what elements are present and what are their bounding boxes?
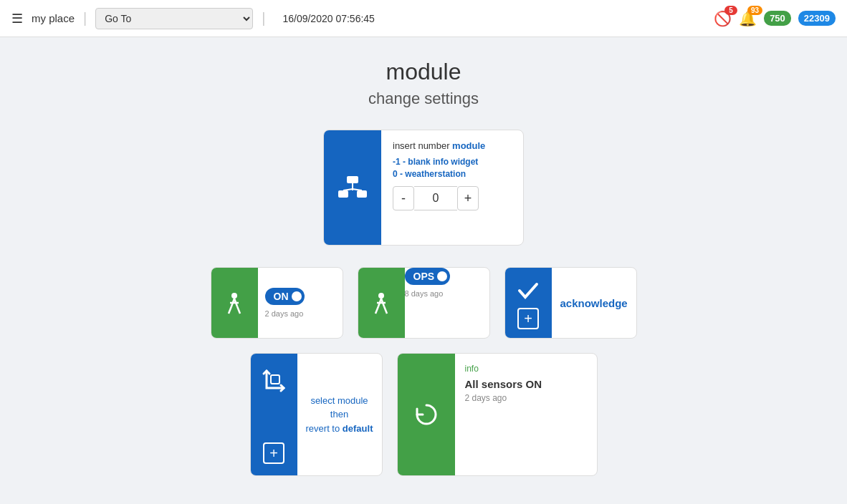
main-content: module change settings insert number mod… — [0, 37, 847, 498]
info-widget-icon-bg — [398, 354, 455, 475]
ops-widget-card: OPS 8 days ago — [358, 267, 490, 339]
ops-toggle[interactable]: OPS — [405, 268, 451, 285]
info-days: 2 days ago — [465, 393, 542, 403]
svg-point-6 — [231, 293, 237, 299]
ack-plus-button[interactable]: + — [517, 308, 539, 329]
option-minus1: -1 - blank info widget — [393, 157, 512, 167]
svg-point-12 — [378, 293, 384, 299]
module-insert-card: insert number module -1 - blank info wid… — [323, 130, 524, 246]
bell-alerts-icon[interactable]: 🔔 93 — [739, 10, 757, 27]
hamburger-icon[interactable]: ☰ — [11, 11, 23, 26]
ack-label: acknowledge — [552, 268, 636, 338]
widget-row-2: + select module then revert to default i… — [29, 353, 818, 476]
increment-button[interactable]: + — [457, 186, 479, 210]
number-input-row: - + — [393, 186, 512, 210]
refresh-icon — [411, 399, 441, 430]
module-card-icon-bg — [324, 130, 381, 245]
acknowledge-widget-card: + acknowledge — [504, 267, 637, 339]
blue-count: 22309 — [798, 11, 836, 26]
on-toggle[interactable]: ON — [265, 288, 305, 305]
on-widget-body: ON 2 days ago — [258, 268, 312, 338]
site-title: my place — [32, 12, 75, 24]
svg-rect-18 — [271, 375, 279, 384]
insert-number-label: insert number module — [393, 140, 512, 151]
decrement-button[interactable]: - — [393, 186, 414, 210]
ops-walker-icon — [368, 291, 394, 316]
bell-count: 93 — [747, 6, 762, 15]
on-widget-card: ON 2 days ago — [211, 267, 343, 339]
select-module-text: select module then revert to default — [305, 394, 375, 436]
info-label: info — [465, 364, 542, 374]
disabled-count: 5 — [724, 6, 737, 15]
option-0: 0 - weatherstation — [393, 169, 512, 179]
svg-line-5 — [353, 189, 362, 190]
blue-count-icon[interactable]: 22309 — [798, 11, 836, 26]
svg-rect-0 — [347, 176, 358, 183]
svg-line-9 — [229, 306, 231, 314]
info-widget-card: info All sensors ON 2 days ago — [397, 353, 598, 476]
number-value-input[interactable] — [414, 186, 457, 210]
green-count: 750 — [764, 11, 791, 26]
on-widget-days: 2 days ago — [265, 309, 305, 318]
header-icons: 🚫 5 🔔 93 750 22309 — [714, 10, 836, 27]
svg-rect-2 — [357, 190, 367, 198]
ops-widget-icon-bg — [358, 268, 405, 339]
header: ☰ my place | Go To | 16/09/2020 07:56:45… — [0, 0, 847, 37]
ack-widget-icon-bg: + — [505, 268, 552, 339]
network-icon — [335, 170, 370, 205]
page-title: module — [29, 59, 818, 85]
svg-line-10 — [237, 306, 240, 314]
disabled-alerts-icon[interactable]: 🚫 5 — [714, 10, 732, 27]
ops-widget-body: OPS 8 days ago — [405, 268, 451, 338]
ops-widget-days: 8 days ago — [405, 289, 451, 298]
green-count-icon[interactable]: 750 — [764, 11, 791, 26]
on-widget-icon-bg — [211, 268, 258, 339]
svg-line-16 — [384, 306, 387, 314]
datetime-display: 16/09/2020 07:56:45 — [282, 13, 374, 24]
select-module-card: + select module then revert to default — [250, 353, 383, 476]
module-bold: module — [452, 140, 485, 151]
select-module-body: select module then revert to default — [297, 354, 382, 475]
info-widget-body: info All sensors ON 2 days ago — [455, 354, 552, 475]
svg-rect-1 — [338, 190, 348, 198]
svg-line-4 — [343, 189, 353, 190]
crop-icon — [261, 368, 287, 394]
page-subtitle: change settings — [29, 89, 818, 108]
widget-row-1: ON 2 days ago OPS 8 days ago — [29, 267, 818, 339]
select-module-icon-bg: + — [251, 354, 297, 475]
svg-line-15 — [375, 306, 378, 314]
walker-icon — [221, 291, 247, 316]
select-plus-button[interactable]: + — [263, 442, 284, 464]
info-title: All sensors ON — [465, 378, 542, 390]
module-card-content: insert number module -1 - blank info wid… — [381, 130, 523, 245]
goto-select[interactable]: Go To — [95, 8, 253, 29]
checkmark-icon — [515, 278, 541, 304]
